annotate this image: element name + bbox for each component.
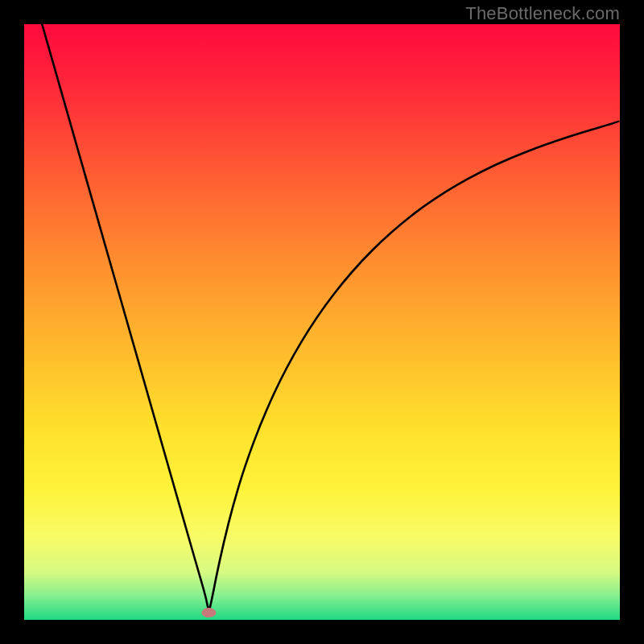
chart-svg xyxy=(24,24,620,620)
plot-area xyxy=(24,24,620,620)
gradient-background xyxy=(24,24,620,620)
chart-frame: TheBottleneck.com xyxy=(0,0,644,644)
minimum-marker xyxy=(201,608,216,617)
watermark-text: TheBottleneck.com xyxy=(465,3,620,24)
